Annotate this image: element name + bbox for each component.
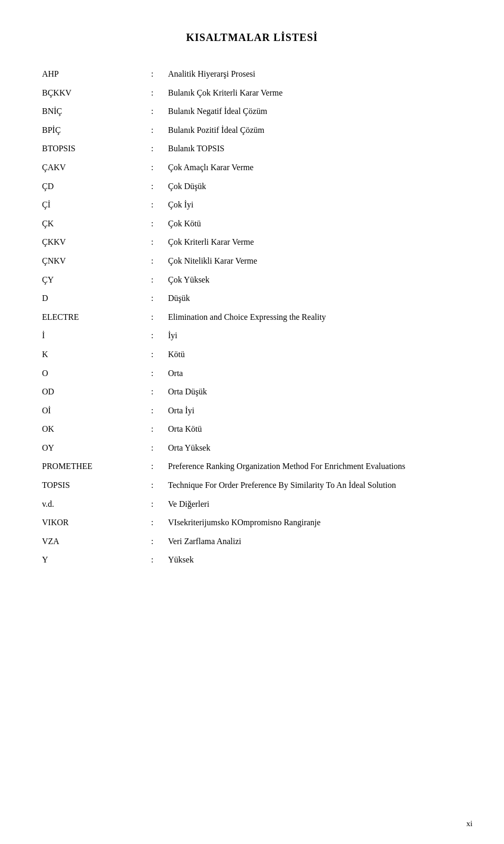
colon-separator: : xyxy=(136,233,168,252)
colon-separator: : xyxy=(136,513,168,532)
abbreviation-term: PROMETHEE xyxy=(42,457,136,476)
colon-separator: : xyxy=(136,270,168,289)
table-row: VZA:Veri Zarflama Analizi xyxy=(42,532,462,551)
table-row: OD:Orta Düşük xyxy=(42,382,462,401)
abbreviation-term: D xyxy=(42,289,136,308)
colon-separator: : xyxy=(136,158,168,177)
table-row: İ:İyi xyxy=(42,326,462,345)
abbreviation-term: İ xyxy=(42,326,136,345)
table-row: ÇD:Çok Düşük xyxy=(42,177,462,196)
abbreviation-definition: Kötü xyxy=(168,345,462,364)
abbreviation-term: ÇK xyxy=(42,214,136,233)
table-row: Çİ:Çok İyi xyxy=(42,195,462,214)
abbreviation-term: BTOPSIS xyxy=(42,139,136,158)
abbreviation-term: AHP xyxy=(42,65,136,84)
abbreviation-term: OK xyxy=(42,420,136,439)
table-row: ELECTRE:Elimination and Choice Expressin… xyxy=(42,308,462,327)
table-row: OY:Orta Yüksek xyxy=(42,439,462,457)
colon-separator: : xyxy=(136,289,168,308)
table-row: D:Düşük xyxy=(42,289,462,308)
table-row: Oİ:Orta İyi xyxy=(42,401,462,420)
abbreviation-term: Oİ xyxy=(42,401,136,420)
abbreviation-definition: Elimination and Choice Expressing the Re… xyxy=(168,308,462,327)
table-row: K:Kötü xyxy=(42,345,462,364)
table-row: ÇY:Çok Yüksek xyxy=(42,270,462,289)
colon-separator: : xyxy=(136,195,168,214)
colon-separator: : xyxy=(136,326,168,345)
abbreviation-definition: Preference Ranking Organization Method F… xyxy=(168,457,462,476)
colon-separator: : xyxy=(136,214,168,233)
abbreviation-definition: Bulanık Pozitif İdeal Çözüm xyxy=(168,121,462,140)
colon-separator: : xyxy=(136,364,168,383)
abbreviation-term: TOPSIS xyxy=(42,476,136,495)
abbreviation-term: ÇNKV xyxy=(42,252,136,270)
abbreviation-definition: Bulanık Negatif İdeal Çözüm xyxy=(168,102,462,121)
abbreviation-definition: Çok Yüksek xyxy=(168,270,462,289)
abbreviation-definition: Bulanık Çok Kriterli Karar Verme xyxy=(168,84,462,102)
table-row: Y:Yüksek xyxy=(42,550,462,569)
abbreviation-definition: Çok Amaçlı Karar Verme xyxy=(168,158,462,177)
abbreviation-definition: Orta Yüksek xyxy=(168,439,462,457)
abbreviation-definition: Yüksek xyxy=(168,550,462,569)
table-row: TOPSIS:Technique For Order Preference By… xyxy=(42,476,462,495)
page-container: KISALTMALAR LİSTESİ AHP:Analitik Hiyerar… xyxy=(0,0,504,844)
abbreviation-definition: Orta İyi xyxy=(168,401,462,420)
table-row: v.d.:Ve Diğerleri xyxy=(42,495,462,514)
abbreviation-term: ÇAKV xyxy=(42,158,136,177)
abbreviation-term: ELECTRE xyxy=(42,308,136,327)
colon-separator: : xyxy=(136,476,168,495)
abbreviation-definition: Analitik Hiyerarşi Prosesi xyxy=(168,65,462,84)
abbreviation-term: BNİÇ xyxy=(42,102,136,121)
abbreviation-term: BÇKKV xyxy=(42,84,136,102)
abbreviation-term: v.d. xyxy=(42,495,136,514)
abbreviation-term: ÇY xyxy=(42,270,136,289)
colon-separator: : xyxy=(136,439,168,457)
colon-separator: : xyxy=(136,401,168,420)
table-row: OK:Orta Kötü xyxy=(42,420,462,439)
abbreviation-definition: Düşük xyxy=(168,289,462,308)
colon-separator: : xyxy=(136,420,168,439)
abbreviation-term: O xyxy=(42,364,136,383)
abbreviation-definition: VIsekriterijumsko KOmpromisno Rangiranje xyxy=(168,513,462,532)
abbreviations-table: AHP:Analitik Hiyerarşi ProsesiBÇKKV:Bula… xyxy=(42,65,462,569)
table-row: ÇK:Çok Kötü xyxy=(42,214,462,233)
abbreviation-term: VIKOR xyxy=(42,513,136,532)
colon-separator: : xyxy=(136,65,168,84)
colon-separator: : xyxy=(136,550,168,569)
abbreviation-definition: Veri Zarflama Analizi xyxy=(168,532,462,551)
abbreviation-definition: Technique For Order Preference By Simila… xyxy=(168,476,462,495)
colon-separator: : xyxy=(136,457,168,476)
table-row: BÇKKV:Bulanık Çok Kriterli Karar Verme xyxy=(42,84,462,102)
page-title: KISALTMALAR LİSTESİ xyxy=(42,32,462,44)
abbreviation-definition: Orta Düşük xyxy=(168,382,462,401)
colon-separator: : xyxy=(136,84,168,102)
abbreviation-term: Y xyxy=(42,550,136,569)
abbreviation-definition: Bulanık TOPSIS xyxy=(168,139,462,158)
table-row: ÇNKV:Çok Nitelikli Karar Verme xyxy=(42,252,462,270)
colon-separator: : xyxy=(136,382,168,401)
table-row: BNİÇ:Bulanık Negatif İdeal Çözüm xyxy=(42,102,462,121)
abbreviation-term: OY xyxy=(42,439,136,457)
colon-separator: : xyxy=(136,102,168,121)
abbreviation-term: Çİ xyxy=(42,195,136,214)
table-row: ÇAKV:Çok Amaçlı Karar Verme xyxy=(42,158,462,177)
colon-separator: : xyxy=(136,308,168,327)
colon-separator: : xyxy=(136,121,168,140)
colon-separator: : xyxy=(136,139,168,158)
colon-separator: : xyxy=(136,252,168,270)
abbreviation-definition: Orta Kötü xyxy=(168,420,462,439)
colon-separator: : xyxy=(136,345,168,364)
table-row: PROMETHEE:Preference Ranking Organizatio… xyxy=(42,457,462,476)
abbreviation-term: ÇKKV xyxy=(42,233,136,252)
abbreviation-term: ÇD xyxy=(42,177,136,196)
abbreviation-term: VZA xyxy=(42,532,136,551)
table-row: AHP:Analitik Hiyerarşi Prosesi xyxy=(42,65,462,84)
colon-separator: : xyxy=(136,532,168,551)
colon-separator: : xyxy=(136,177,168,196)
abbreviation-definition: Çok Nitelikli Karar Verme xyxy=(168,252,462,270)
abbreviation-definition: Çok Kriterli Karar Verme xyxy=(168,233,462,252)
table-row: ÇKKV:Çok Kriterli Karar Verme xyxy=(42,233,462,252)
table-row: BPİÇ:Bulanık Pozitif İdeal Çözüm xyxy=(42,121,462,140)
colon-separator: : xyxy=(136,495,168,514)
table-row: O:Orta xyxy=(42,364,462,383)
